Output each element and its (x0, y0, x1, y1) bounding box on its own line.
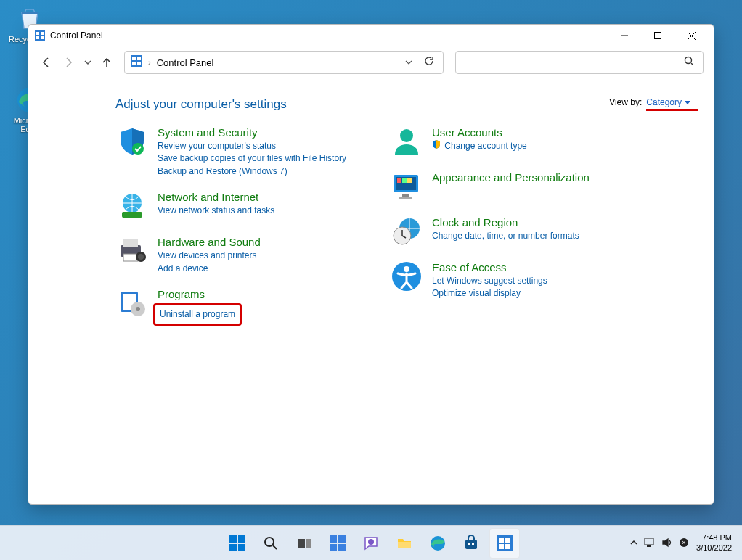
category-hardware-sound: Hardware and Sound View devices and prin… (115, 234, 370, 275)
tray-overflow-button[interactable] (629, 538, 638, 548)
svg-rect-22 (123, 239, 138, 247)
svg-rect-12 (132, 57, 136, 60)
nav-back-button[interactable] (36, 51, 56, 74)
maximize-button[interactable] (641, 25, 674, 46)
monitor-icon (390, 170, 423, 203)
category-title[interactable]: Ease of Access (432, 261, 547, 273)
sublink-date-time-formats[interactable]: Change date, time, or number formats (432, 230, 579, 242)
svg-rect-45 (238, 544, 245, 551)
nav-forward-button[interactable] (59, 51, 79, 74)
svg-rect-62 (505, 538, 510, 543)
svg-point-16 (685, 57, 692, 64)
svg-point-29 (136, 307, 140, 311)
control-panel-icon (34, 30, 46, 41)
minimize-button[interactable] (608, 25, 641, 46)
svg-rect-48 (298, 539, 305, 548)
svg-rect-13 (137, 57, 141, 60)
category-title[interactable]: Appearance and Personalization (432, 171, 590, 184)
svg-rect-6 (41, 36, 44, 39)
nav-recent-button[interactable] (82, 51, 94, 74)
taskbar-time: 7:48 PM (696, 533, 732, 543)
control-panel-taskbar-button[interactable] (489, 528, 520, 559)
explorer-button[interactable] (389, 528, 420, 559)
svg-rect-52 (330, 544, 337, 551)
category-title[interactable]: System and Security (158, 126, 346, 139)
search-input[interactable] (462, 57, 684, 68)
widgets-button[interactable] (322, 528, 353, 559)
accessibility-icon (390, 260, 423, 293)
taskbar-date: 3/10/2022 (696, 543, 732, 553)
globe-icon (115, 189, 149, 223)
taskbar-right: × 7:48 PM 3/10/2022 (629, 533, 742, 552)
svg-point-46 (265, 538, 274, 546)
sublink-devices-printers[interactable]: View devices and printers (158, 250, 261, 262)
svg-rect-64 (505, 544, 510, 549)
uac-shield-icon (432, 140, 441, 149)
svg-rect-49 (306, 539, 311, 548)
viewby-label: View by: (609, 97, 642, 107)
nav-up-button[interactable] (97, 51, 117, 74)
sublink-backup-restore[interactable]: Backup and Restore (Windows 7) (158, 165, 346, 178)
sublink-add-device[interactable]: Add a device (158, 263, 261, 275)
svg-rect-4 (41, 32, 44, 35)
printer-icon (115, 234, 149, 268)
svg-rect-37 (399, 197, 412, 199)
svg-line-17 (691, 63, 693, 65)
category-user-accounts: User Accounts Change account type (390, 125, 644, 158)
breadcrumb-current[interactable]: Control Panel (157, 57, 214, 68)
category-programs: Programs Uninstall a program (115, 287, 370, 327)
svg-rect-14 (132, 62, 136, 65)
chat-button[interactable] (356, 528, 386, 559)
sublink-change-account-type[interactable]: Change account type (432, 140, 527, 152)
search-bar[interactable] (455, 51, 704, 74)
search-icon[interactable] (684, 56, 697, 69)
svg-rect-58 (468, 543, 470, 545)
control-panel-window: Control Panel › Control Panel Adjust you… (28, 24, 714, 505)
category-title[interactable]: Network and Internet (158, 191, 274, 203)
task-view-button[interactable] (289, 528, 319, 559)
category-left-column: System and Security Review your computer… (115, 125, 370, 339)
svg-rect-3 (36, 32, 39, 35)
sublink-network-status[interactable]: View network status and tasks (158, 205, 274, 217)
svg-rect-51 (338, 535, 346, 543)
svg-point-41 (404, 266, 409, 272)
category-title[interactable]: Programs (158, 288, 237, 300)
sublink-uninstall-program[interactable]: Uninstall a program (153, 303, 242, 326)
taskbar-clock[interactable]: 7:48 PM 3/10/2022 (696, 533, 732, 552)
svg-rect-57 (465, 540, 477, 549)
viewby-dropdown[interactable]: Category (646, 97, 690, 107)
status-icon[interactable]: × (679, 538, 689, 549)
svg-rect-36 (402, 194, 409, 197)
svg-rect-44 (229, 544, 237, 551)
control-panel-icon (131, 55, 142, 70)
sublink-windows-suggest[interactable]: Let Windows suggest settings (432, 275, 547, 287)
store-button[interactable] (456, 528, 486, 559)
edge-button[interactable] (423, 528, 453, 559)
category-title[interactable]: Clock and Region (432, 216, 579, 228)
svg-rect-0 (22, 12, 38, 14)
address-dropdown-button[interactable] (402, 56, 415, 69)
svg-rect-42 (229, 535, 237, 543)
svg-rect-61 (499, 538, 504, 543)
category-title[interactable]: User Accounts (432, 126, 527, 139)
taskbar-search-button[interactable] (256, 528, 286, 559)
svg-rect-59 (472, 543, 474, 545)
start-button[interactable] (222, 528, 253, 559)
sublink-review-status[interactable]: Review your computer's status (158, 140, 346, 152)
user-icon (390, 125, 423, 158)
titlebar[interactable]: Control Panel (28, 25, 714, 46)
category-title[interactable]: Hardware and Sound (158, 236, 261, 248)
svg-rect-33 (397, 178, 401, 183)
volume-icon[interactable] (661, 538, 673, 549)
clock-globe-icon (390, 215, 423, 248)
address-bar[interactable]: › Control Panel (124, 51, 444, 74)
svg-rect-50 (330, 535, 337, 543)
taskbar-center (222, 528, 520, 559)
viewby: View by: Category (609, 97, 690, 107)
svg-rect-63 (499, 544, 504, 549)
close-button[interactable] (674, 25, 708, 46)
network-icon[interactable] (644, 538, 656, 549)
sublink-file-history[interactable]: Save backup copies of your files with Fi… (158, 152, 346, 165)
refresh-button[interactable] (421, 56, 437, 69)
sublink-optimize-visual[interactable]: Optimize visual display (432, 287, 547, 300)
